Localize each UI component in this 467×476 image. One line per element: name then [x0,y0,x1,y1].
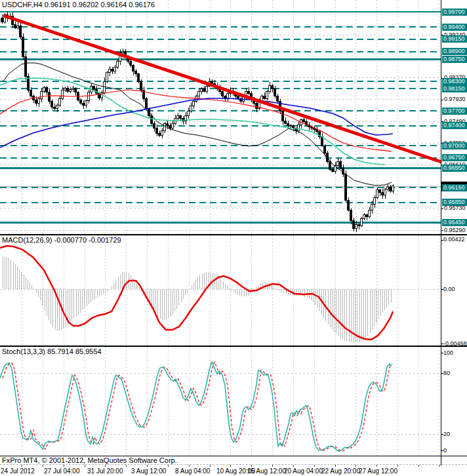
level-price-label: 0.99400 [442,24,467,31]
time-axis-label: 20 Aug 04:00 [284,467,323,475]
time-axis-label: 24 Jul 2012 [1,467,35,475]
time-axis-tick [22,465,22,467]
macd-axis-label: 0.00 [443,286,455,293]
stochastic-title: Stoch(13,3,3) 85.7914 85.9554 [2,347,102,355]
macd-panel: MACD(12,26,9) -0.000770 -0.001729 0.0042… [0,235,467,346]
time-axis-tick [335,465,336,467]
time-axis-tick [397,465,398,467]
macd-title: MACD(12,26,9) -0.000770 -0.001729 [2,236,121,244]
level-price-label: 0.98300 [442,78,467,85]
price-chart-canvas[interactable] [0,0,467,234]
time-axis-tick [126,465,127,467]
stoch-axis-label: 0 [443,447,447,454]
time-axis-tick [272,465,273,467]
time-axis-tick [43,465,43,467]
panel-separator[interactable] [0,234,467,235]
level-price-label: 0.96550 [442,165,467,172]
level-price-label: 0.98900 [442,48,467,55]
level-price-label: 0.95450 [442,219,467,226]
stoch-axis-label: 20 [443,431,450,438]
level-price-label: 0.97000 [442,142,467,149]
time-axis[interactable]: 24 Jul 201227 Jul 04:0031 Jul 20:003 Aug… [0,465,467,476]
copyright-text: FxPro MT4, © 2001-2012, MetaQuotes Softw… [0,456,467,465]
time-axis-tick [230,465,231,467]
time-axis-tick [251,465,252,467]
time-axis-tick [147,465,148,467]
level-price-label: 0.99700 [442,9,467,16]
price-axis-label: 0.97930 [443,96,466,103]
price-axis-line [441,0,441,466]
time-axis-label: 15 Aug 12:00 [247,467,286,475]
level-price-label: 0.97400 [442,122,467,129]
panel-separator[interactable] [0,346,467,347]
level-price-label: 0.96150 [442,184,467,191]
mt4-chart-window: USDCHF,H4 0.96191 0.96202 0.96164 0.9617… [0,0,467,476]
time-axis-tick [105,465,106,467]
time-axis-tick [418,465,419,467]
macd-chart-canvas[interactable] [0,235,467,346]
stoch-axis-label: 100 [443,349,453,357]
time-axis-tick [376,465,377,467]
time-axis-label: 8 Aug 04:00 [175,467,210,475]
stochastic-panel: Stoch(13,3,3) 85.7914 85.9554 10080200 [0,347,467,456]
time-axis-tick [355,465,356,467]
time-axis-tick [293,465,294,467]
price-axis-label: 0.95290 [443,227,466,234]
chart-title: USDCHF,H4 0.96191 0.96202 0.96164 0.9617… [2,1,155,9]
level-price-label: 0.97700 [442,108,467,115]
panel-separator [0,456,467,456]
time-axis-tick [189,465,190,467]
level-price-label: 0.98150 [442,85,467,92]
time-axis-tick [85,465,85,467]
time-axis-label: 3 Aug 12:00 [131,467,166,475]
time-axis-tick [210,465,211,467]
time-axis-label: 27 Aug 12:00 [359,467,397,475]
time-axis-label: 31 Jul 20:00 [87,467,123,475]
time-axis-label: 27 Jul 04:00 [44,467,80,475]
level-price-label: 0.96750 [442,154,467,161]
level-price-label: 0.99150 [442,35,467,43]
macd-axis-label: 0.00422 [443,236,465,243]
level-price-label: 0.98750 [442,56,467,63]
time-axis-tick [64,465,64,467]
time-axis-tick [439,465,439,467]
level-price-label: 0.95850 [442,199,467,206]
time-axis-tick [168,465,169,467]
time-axis-label: 22 Aug 20:00 [321,467,360,475]
stochastic-chart-canvas[interactable] [0,347,467,456]
main-chart-panel: USDCHF,H4 0.96191 0.96202 0.96164 0.9617… [0,0,467,234]
stoch-axis-label: 80 [443,370,450,377]
time-axis-tick [314,465,315,467]
